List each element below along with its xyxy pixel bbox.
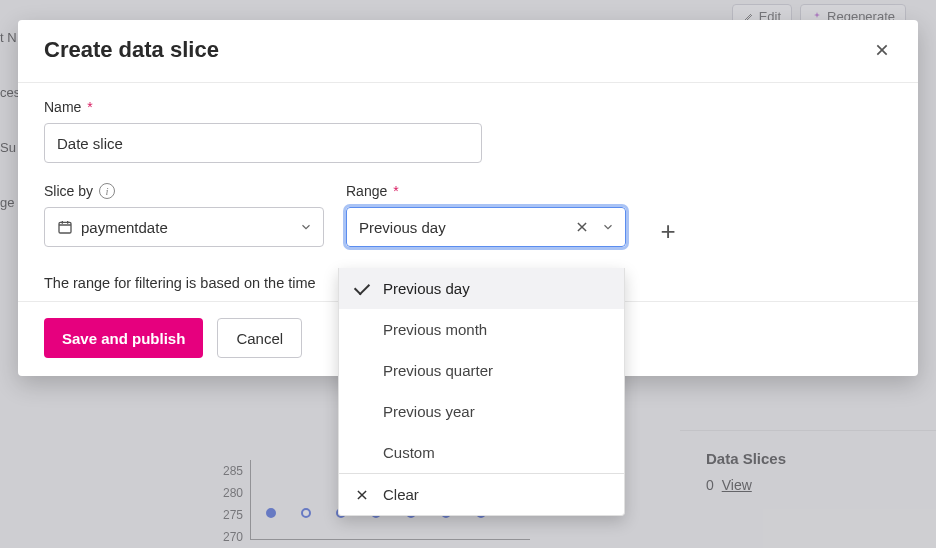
- close-icon: [355, 488, 369, 502]
- name-label: Name*: [44, 99, 892, 115]
- dropdown-option-previous-year[interactable]: Previous year: [339, 391, 624, 432]
- slice-by-label: Slice by i: [44, 183, 324, 199]
- name-input[interactable]: [44, 123, 482, 163]
- cancel-button[interactable]: Cancel: [217, 318, 302, 358]
- dropdown-option-previous-quarter[interactable]: Previous quarter: [339, 350, 624, 391]
- dropdown-option-custom[interactable]: Custom: [339, 432, 624, 473]
- svg-rect-0: [59, 222, 71, 233]
- chevron-down-icon: [601, 220, 615, 234]
- info-icon[interactable]: i: [99, 183, 115, 199]
- dropdown-clear[interactable]: Clear: [339, 474, 624, 515]
- close-icon: [874, 42, 890, 58]
- dropdown-option-previous-month[interactable]: Previous month: [339, 309, 624, 350]
- range-dropdown: Previous day Previous month Previous qua…: [338, 268, 625, 516]
- add-range-button[interactable]: +: [648, 211, 688, 251]
- range-select[interactable]: Previous day: [346, 207, 626, 247]
- calendar-icon: [57, 219, 73, 235]
- range-label: Range*: [346, 183, 626, 199]
- chevron-down-icon: [299, 220, 313, 234]
- slice-by-select[interactable]: paymentdate: [44, 207, 324, 247]
- clear-range-icon[interactable]: [575, 220, 589, 234]
- plus-icon: +: [660, 216, 675, 247]
- close-button[interactable]: [868, 36, 896, 64]
- slice-by-value: paymentdate: [81, 219, 168, 236]
- range-value: Previous day: [359, 219, 446, 236]
- modal-title: Create data slice: [44, 37, 219, 63]
- dropdown-option-previous-day[interactable]: Previous day: [339, 268, 624, 309]
- save-and-publish-button[interactable]: Save and publish: [44, 318, 203, 358]
